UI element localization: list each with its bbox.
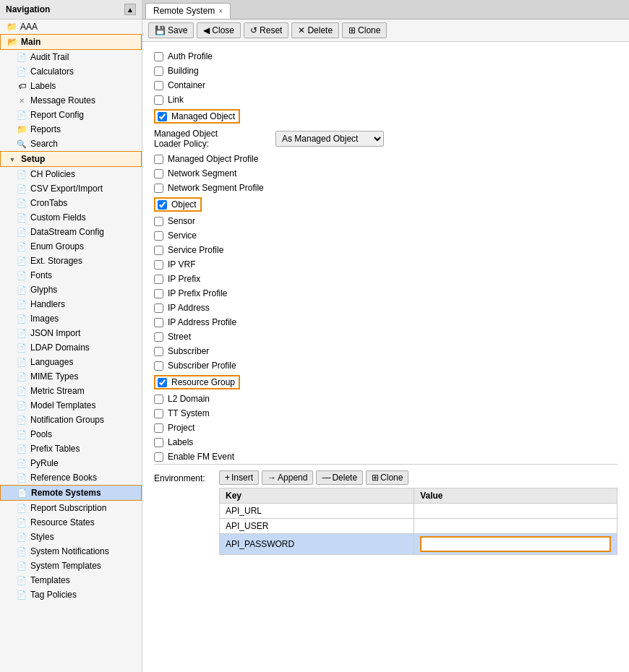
close-button[interactable]: ◀ Close — [197, 22, 241, 38]
checkbox-label-sensor: Sensor — [168, 216, 195, 226]
checkbox-mo-profile[interactable] — [154, 155, 163, 164]
sidebar-item-system-notifications[interactable]: System Notifications — [0, 544, 142, 559]
checkbox-object[interactable] — [158, 200, 167, 210]
env-row-api-password[interactable]: API_PASSWORD — [220, 534, 617, 555]
sidebar-item-reports[interactable]: Reports — [0, 122, 142, 137]
checkbox-labels-item[interactable] — [154, 438, 163, 447]
sidebar-item-handlers[interactable]: Handlers — [0, 297, 142, 311]
checkbox-network-segment-profile[interactable] — [154, 184, 163, 193]
checkbox-project[interactable] — [154, 423, 163, 433]
env-insert-button[interactable]: + Insert — [219, 470, 259, 485]
sidebar-item-aaa[interactable]: AAA — [0, 20, 142, 34]
sidebar-item-resource-states[interactable]: Resource States — [0, 515, 142, 530]
checkbox-subscriber[interactable] — [154, 347, 163, 356]
doc-icon-rsub — [16, 502, 27, 514]
checkbox-service-profile[interactable] — [154, 246, 163, 255]
sidebar-item-styles[interactable]: Styles — [0, 530, 142, 544]
sidebar-item-json-import[interactable]: JSON Import — [0, 326, 142, 340]
loader-policy-select[interactable]: As Managed Object By Workflow Manual — [275, 131, 384, 147]
checkbox-auth-profile[interactable] — [154, 52, 163, 61]
sidebar-item-system-templates[interactable]: System Templates — [0, 559, 142, 573]
sidebar-item-search[interactable]: Search — [0, 137, 142, 151]
api-password-value-highlighted[interactable] — [420, 536, 611, 552]
checkbox-ip-prefix-profile[interactable] — [154, 289, 163, 298]
sidebar-item-message-routes[interactable]: Message Routes — [0, 93, 142, 108]
checkbox-building[interactable] — [154, 66, 163, 76]
delete-button[interactable]: ✕ Delete — [291, 22, 339, 38]
sidebar-item-reference-books[interactable]: Reference Books — [0, 470, 142, 485]
clone-button[interactable]: ⊞ Clone — [342, 22, 387, 38]
sidebar-item-templates[interactable]: Templates — [0, 573, 142, 587]
sidebar-item-datastream-config[interactable]: DataStream Config — [0, 225, 142, 239]
checkbox-resource-group[interactable] — [158, 378, 167, 387]
sidebar-item-ch-policies[interactable]: CH Policies — [0, 167, 142, 181]
checkbox-tt-system[interactable] — [154, 409, 163, 418]
sidebar-item-enum-groups[interactable]: Enum Groups — [0, 239, 142, 254]
checkbox-subscriber-profile[interactable] — [154, 361, 163, 371]
checkbox-ip-vrf[interactable] — [154, 260, 163, 270]
sidebar-item-glyphs[interactable]: Glyphs — [0, 283, 142, 297]
checkbox-row-container: Container — [154, 78, 617, 92]
nav-collapse-button[interactable]: ▲ — [124, 4, 136, 15]
checkbox-l2-domain[interactable] — [154, 395, 163, 404]
sidebar-item-notification-groups[interactable]: Notification Groups — [0, 413, 142, 427]
sidebar-item-pyrule[interactable]: PyRule — [0, 456, 142, 470]
sidebar-item-csv-export[interactable]: CSV Export/Import — [0, 181, 142, 196]
env-delete-button[interactable]: — Delete — [316, 470, 363, 485]
checkbox-managed-object[interactable] — [158, 112, 167, 121]
arrow-down-icon — [7, 153, 18, 165]
checkbox-row-ip-address: IP Address — [154, 301, 617, 315]
doc-icon-py — [16, 457, 27, 469]
env-row-api-user[interactable]: API_USER — [220, 519, 617, 534]
tab-close-button[interactable]: × — [218, 7, 223, 15]
checkbox-label-ip-prefix: IP Prefix — [168, 274, 200, 284]
env-clone-button[interactable]: ⊞ Clone — [366, 470, 408, 485]
loader-policy-row: Managed Object Loader Policy: As Managed… — [154, 126, 617, 152]
sidebar-item-remote-systems[interactable]: Remote Systems — [0, 485, 142, 501]
sidebar-item-ldap-domains[interactable]: LDAP Domains — [0, 340, 142, 355]
doc-icon-sty — [16, 531, 27, 543]
env-cell-api-url-value[interactable] — [414, 504, 617, 519]
environment-label: Environment: — [154, 470, 205, 486]
sidebar-item-tag-policies[interactable]: Tag Policies — [0, 587, 142, 602]
sidebar-item-main[interactable]: Main — [0, 34, 142, 50]
save-button[interactable]: 💾 Save — [148, 22, 194, 38]
env-cell-api-password-value[interactable] — [414, 534, 617, 555]
checkbox-container[interactable] — [154, 81, 163, 90]
sidebar-item-ext-storages[interactable]: Ext. Storages — [0, 254, 142, 268]
doc-icon-ji — [16, 327, 27, 339]
checkbox-network-segment[interactable] — [154, 169, 163, 178]
sidebar-item-report-subscription[interactable]: Report Subscription — [0, 501, 142, 515]
sidebar-item-pools[interactable]: Pools — [0, 427, 142, 441]
sidebar-item-audit-trail[interactable]: Audit Trail — [0, 50, 142, 64]
env-row-api-url[interactable]: API_URL — [220, 504, 617, 519]
sidebar-item-calculators[interactable]: Calculators — [0, 64, 142, 79]
sidebar-item-prefix-tables[interactable]: Prefix Tables — [0, 441, 142, 456]
sidebar-item-custom-fields[interactable]: Custom Fields — [0, 210, 142, 225]
sidebar-item-images[interactable]: Images — [0, 311, 142, 326]
reset-button[interactable]: ↺ Reset — [244, 22, 288, 38]
sidebar-item-fonts[interactable]: Fonts — [0, 268, 142, 283]
doc-icon-ldap — [16, 342, 27, 353]
tab-remote-system[interactable]: Remote System × — [145, 3, 231, 19]
checkbox-link[interactable] — [154, 95, 163, 105]
env-cell-api-user-value[interactable] — [414, 519, 617, 534]
checkbox-service[interactable] — [154, 231, 163, 241]
sidebar-item-languages[interactable]: Languages — [0, 355, 142, 369]
sidebar-item-report-config[interactable]: Report Config — [0, 108, 142, 122]
checkbox-ip-prefix[interactable] — [154, 275, 163, 284]
sidebar-item-mime-types[interactable]: MIME Types — [0, 369, 142, 384]
sidebar-item-metric-stream[interactable]: Metric Stream — [0, 384, 142, 398]
checkbox-enable-fm-event[interactable] — [154, 452, 163, 462]
sidebar-item-model-templates[interactable]: Model Templates — [0, 398, 142, 413]
checkbox-street[interactable] — [154, 332, 163, 342]
checkbox-ip-address[interactable] — [154, 303, 163, 313]
sidebar-item-crontabs[interactable]: CronTabs — [0, 196, 142, 210]
checkbox-list-2: Managed Object Profile Network Segment N… — [154, 152, 617, 464]
checkbox-sensor[interactable] — [154, 217, 163, 226]
sidebar-item-setup[interactable]: Setup — [0, 151, 142, 167]
env-append-button[interactable]: → Append — [262, 470, 313, 485]
checkbox-ip-address-profile[interactable] — [154, 318, 163, 327]
form-content: Auth Profile Building Container Link — [142, 42, 629, 672]
sidebar-item-labels[interactable]: Labels — [0, 79, 142, 93]
